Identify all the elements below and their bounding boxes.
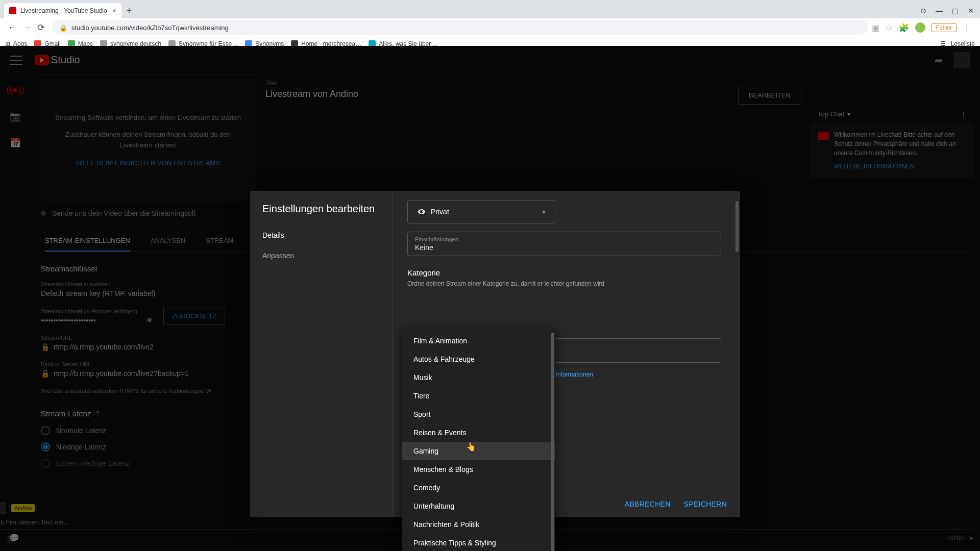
category-option[interactable]: Film & Animation — [402, 332, 555, 350]
reload-button[interactable]: ⟳ — [34, 22, 48, 33]
modal-tab-details[interactable]: Details — [250, 225, 393, 245]
category-option[interactable]: Unterhaltung — [402, 497, 555, 515]
save-button[interactable]: SPEICHERN — [684, 500, 727, 508]
category-option[interactable]: Autos & Fahrzeuge — [402, 350, 555, 368]
address-bar: ← → ⟳ 🔒 studio.youtube.com/video/kZlb7so… — [0, 18, 980, 37]
category-dropdown: Film & Animation Autos & Fahrzeuge Musik… — [402, 329, 555, 551]
cancel-button[interactable]: ABBRECHEN — [625, 500, 671, 508]
category-option[interactable]: Sport — [402, 405, 555, 423]
youtube-favicon — [9, 7, 16, 14]
browser-chrome: Livestreaming - YouTube Studio × + ⊙ — ▢… — [0, 0, 980, 46]
extensions-icon[interactable]: 🧩 — [899, 23, 909, 33]
maximize-button[interactable]: ▢ — [952, 7, 959, 15]
pip-icon[interactable]: ▣ — [872, 23, 879, 33]
privacy-value: Privat — [431, 208, 449, 216]
category-heading: Kategorie — [407, 268, 726, 277]
category-option[interactable]: Comedy — [402, 479, 555, 497]
error-badge[interactable]: Fehler — [932, 23, 957, 32]
category-option[interactable]: Tiere — [402, 387, 555, 405]
new-tab-button[interactable]: + — [127, 6, 132, 16]
back-button[interactable]: ← — [5, 22, 19, 33]
restrictions-field[interactable]: Einschränkungen Keine — [407, 232, 721, 256]
info-icon[interactable]: ⊙ — [920, 7, 926, 15]
bookmark-star-icon[interactable]: ☆ — [886, 23, 893, 33]
category-option[interactable]: Menschen & Blogs — [402, 460, 555, 479]
category-option[interactable]: Nachrichten & Politik — [402, 515, 555, 534]
tab-title: Livestreaming - YouTube Studio — [20, 7, 107, 14]
category-description: Ordne deinen Stream einer Kategorie zu, … — [407, 280, 726, 287]
youtube-studio-app: Studio ➦ ((●)) 📷 📅 Streaming-Software ve… — [0, 46, 980, 551]
modal-tab-customize[interactable]: Anpassen — [250, 245, 393, 266]
url-input[interactable]: 🔒 studio.youtube.com/video/kZlb7soTqwk/l… — [52, 20, 868, 35]
window-controls: ⊙ — ▢ ✕ — [920, 7, 980, 15]
privacy-select[interactable]: 👁‍🗨 Privat ▾ — [407, 200, 555, 223]
category-option[interactable]: Reisen & Events — [402, 423, 555, 442]
category-option[interactable]: Praktische Tipps & Styling — [402, 534, 555, 551]
tab-bar: Livestreaming - YouTube Studio × + ⊙ — ▢… — [0, 0, 980, 18]
url-text: studio.youtube.com/video/kZlb7soTqwk/liv… — [71, 24, 229, 32]
category-option[interactable]: Musik — [402, 368, 555, 387]
modal-title: Einstellungen bearbeiten — [250, 191, 393, 225]
restrictions-label: Einschränkungen — [415, 236, 714, 242]
modal-sidebar: Einstellungen bearbeiten Details Anpasse… — [250, 191, 393, 517]
visibility-off-icon: 👁‍🗨 — [417, 208, 426, 216]
forward-button[interactable]: → — [19, 22, 34, 33]
dropdown-scrollbar[interactable] — [551, 333, 554, 551]
modal-scrollbar[interactable] — [736, 201, 739, 252]
chevron-down-icon: ▾ — [542, 208, 546, 216]
browser-tab[interactable]: Livestreaming - YouTube Studio × — [4, 3, 121, 18]
close-window-button[interactable]: ✕ — [968, 7, 974, 15]
thumbnail-info-link[interactable]: Informationen — [556, 371, 593, 378]
close-tab-icon[interactable]: × — [107, 7, 116, 15]
category-option-gaming[interactable]: Gaming — [402, 442, 555, 460]
lock-icon: 🔒 — [59, 24, 67, 32]
restrictions-value: Keine — [415, 243, 714, 252]
minimize-button[interactable]: — — [936, 7, 943, 15]
profile-avatar-icon[interactable] — [915, 22, 925, 33]
chrome-menu-icon[interactable]: ⋮ — [963, 23, 971, 33]
